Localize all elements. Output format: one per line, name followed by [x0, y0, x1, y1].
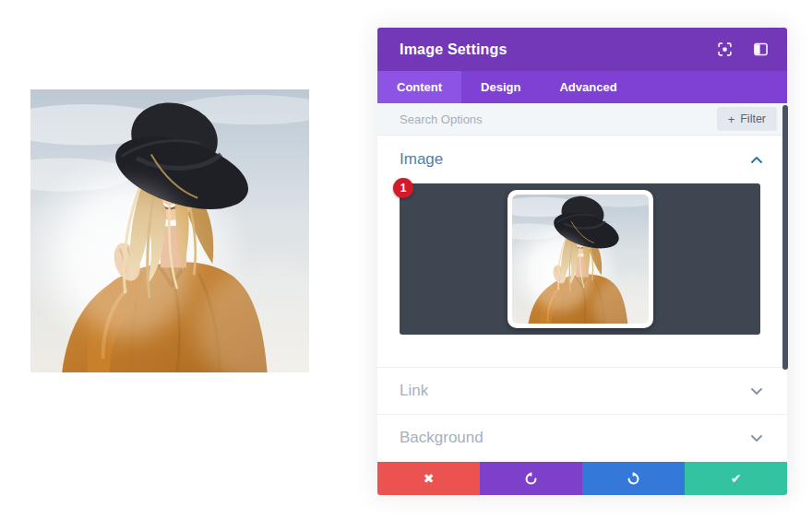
- focus-frame-icon[interactable]: [717, 41, 733, 57]
- portrait-photo: [30, 89, 309, 372]
- undo-icon: [523, 471, 539, 487]
- chevron-down-icon[interactable]: [750, 387, 763, 395]
- filter-button-label: Filter: [740, 112, 766, 125]
- section-title-image: Image: [400, 150, 443, 169]
- filter-button[interactable]: + Filter: [717, 107, 777, 131]
- thumbnail-photo: [512, 195, 649, 324]
- section-title-background: Background: [400, 429, 484, 447]
- image-settings-modal: Image Settings Content Design Advanced +…: [377, 28, 787, 495]
- tab-design[interactable]: Design: [461, 71, 540, 103]
- tab-content[interactable]: Content: [377, 71, 461, 103]
- page-image-module[interactable]: [30, 89, 309, 372]
- settings-content: Image 1 Link Background: [377, 136, 787, 462]
- step-badge: 1: [393, 178, 413, 198]
- modal-header: Image Settings: [377, 28, 787, 71]
- close-x-icon: ✖: [424, 471, 435, 486]
- search-options-bar: + Filter: [377, 103, 787, 136]
- tab-advanced[interactable]: Advanced: [540, 71, 636, 103]
- confirm-button[interactable]: ✔: [685, 462, 787, 495]
- checkmark-icon: ✔: [731, 471, 742, 486]
- chevron-up-icon[interactable]: [750, 156, 763, 164]
- redo-icon: [626, 471, 641, 487]
- settings-tab-bar: Content Design Advanced: [377, 71, 787, 103]
- section-header-image[interactable]: Image: [377, 136, 787, 183]
- split-view-icon[interactable]: [753, 41, 769, 57]
- redo-button[interactable]: [582, 462, 685, 495]
- undo-button[interactable]: [480, 462, 582, 495]
- section-title-link: Link: [400, 382, 428, 400]
- plus-icon: +: [728, 113, 735, 125]
- image-thumbnail[interactable]: [508, 190, 653, 328]
- section-header-link[interactable]: Link: [377, 367, 787, 414]
- image-upload-area[interactable]: 1: [400, 183, 760, 335]
- modal-title: Image Settings: [400, 41, 697, 58]
- search-options-input[interactable]: [400, 112, 717, 126]
- discard-button[interactable]: ✖: [377, 462, 480, 495]
- modal-action-bar: ✖ ✔: [377, 462, 787, 495]
- chevron-down-icon[interactable]: [750, 434, 763, 442]
- section-header-background[interactable]: Background: [377, 414, 787, 461]
- modal-scrollbar-thumb[interactable]: [782, 105, 788, 370]
